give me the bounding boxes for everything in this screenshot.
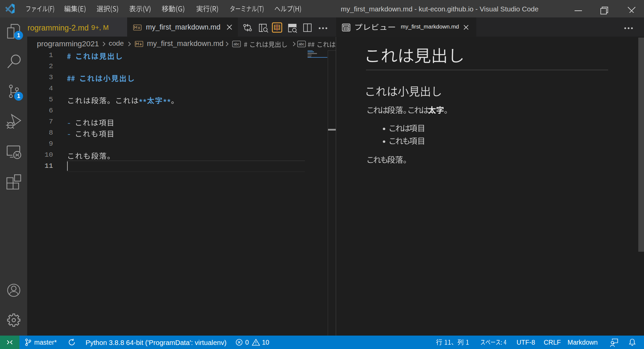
svg-text:abc: abc <box>299 42 305 46</box>
svg-text:1: 1 <box>17 93 20 100</box>
svg-text:1: 1 <box>17 32 20 39</box>
svg-text:abc: abc <box>234 42 239 46</box>
